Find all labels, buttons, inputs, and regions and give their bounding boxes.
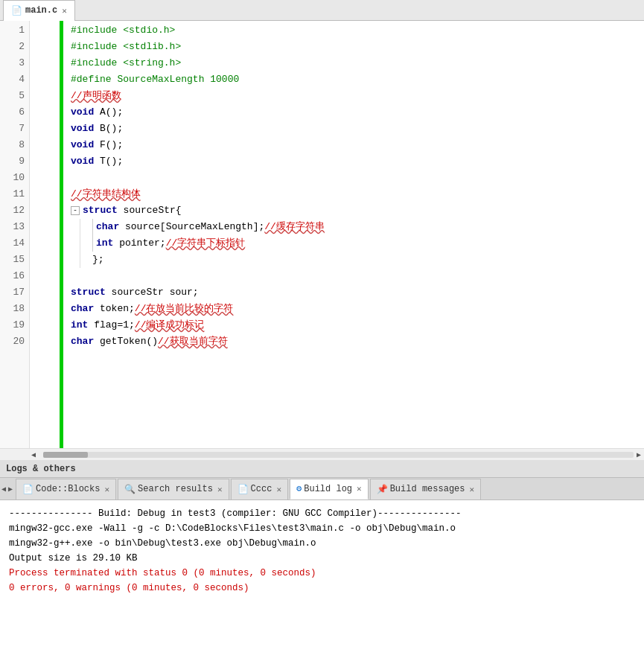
ln-19: 19 bbox=[0, 317, 25, 333]
code-line-13: char source[SourceMaxLength]; //缓存字符串 bbox=[80, 219, 637, 235]
logs-tab-bar: ◀ ▶ 📄 Code::Blocks ✕ 🔍 Search results ✕ … bbox=[0, 478, 644, 500]
code-line-20: char getToken() //获取当前字符 bbox=[71, 333, 637, 350]
code-token: getToken() bbox=[94, 333, 158, 350]
codeblocks-icon: 📄 bbox=[22, 484, 34, 495]
ln-8: 8 bbox=[0, 137, 25, 153]
code-token: T(); bbox=[94, 153, 123, 170]
ln-14: 14 bbox=[0, 235, 25, 252]
code-token: A(); bbox=[94, 104, 123, 121]
code-token: B(); bbox=[94, 121, 123, 137]
line-numbers: 1 2 3 4 5 6 7 8 9 10 11 12 13 14 15 16 1… bbox=[0, 21, 30, 448]
code-token: //获取当前字符 bbox=[158, 333, 228, 350]
code-token: source[SourceMaxLength]; bbox=[119, 219, 264, 235]
collapse-icon[interactable]: - bbox=[71, 206, 80, 215]
tab-build-log[interactable]: ⚙ Build log ✕ bbox=[290, 479, 369, 499]
code-token: sourceStr sour; bbox=[106, 284, 199, 301]
code-token: #include <stdlib.h> bbox=[71, 39, 181, 55]
build-separator-line: --------------- Build: Debug in test3 (c… bbox=[9, 506, 635, 521]
scroll-right-icon[interactable]: ▶ bbox=[637, 450, 641, 459]
ln-2: 2 bbox=[0, 39, 25, 55]
ln-10: 10 bbox=[0, 170, 25, 186]
code-token: void bbox=[71, 104, 94, 121]
code-token: }; bbox=[92, 252, 104, 268]
ln-1: 1 bbox=[0, 22, 25, 39]
code-line-1: #include <stdio.h> bbox=[71, 22, 637, 39]
tab-codeblocks[interactable]: 📄 Code::Blocks ✕ bbox=[16, 479, 116, 499]
code-token: //在放当前比较的字符 bbox=[135, 301, 234, 317]
code-line-6: void A(); bbox=[71, 104, 637, 121]
build-output-line: Output size is 29.10 KB bbox=[9, 551, 635, 566]
code-token: //字符串下标指针 bbox=[166, 235, 246, 252]
code-line-16 bbox=[71, 268, 637, 284]
code-line-9: void T(); bbox=[71, 153, 637, 170]
build-errors-line: 0 errors, 0 warnings (0 minutes, 0 secon… bbox=[9, 581, 635, 596]
code-token: #include <string.h> bbox=[71, 55, 181, 71]
tab-search-close[interactable]: ✕ bbox=[217, 485, 223, 494]
code-line-19: int flag=1; //编译成功标记 bbox=[71, 317, 637, 333]
code-line-14: int pointer; //字符串下标指针 bbox=[80, 235, 637, 252]
tab-main-c[interactable]: 📄 main.c ✕ bbox=[3, 0, 75, 21]
horizontal-scrollbar[interactable]: ◀ ▶ bbox=[0, 448, 644, 460]
ln-9: 9 bbox=[0, 153, 25, 170]
code-line-17: struct sourceStr sour; bbox=[71, 284, 637, 301]
code-token: int bbox=[71, 317, 88, 333]
logs-content-area: --------------- Build: Debug in test3 (c… bbox=[0, 500, 644, 664]
build-log-icon: ⚙ bbox=[296, 483, 302, 494]
code-token: void bbox=[71, 121, 94, 137]
scroll-left-icon[interactable]: ◀ bbox=[31, 450, 36, 459]
editor-tab-bar: 📄 main.c ✕ bbox=[0, 0, 644, 21]
ln-6: 6 bbox=[0, 104, 25, 121]
ln-13: 13 bbox=[0, 219, 25, 235]
tab-codeblocks-label: Code::Blocks bbox=[36, 484, 100, 494]
ln-12: 12 bbox=[0, 202, 25, 219]
code-token: //字符串结构体 bbox=[71, 186, 141, 202]
logs-section: Logs & others ◀ ▶ 📄 Code::Blocks ✕ 🔍 Sea… bbox=[0, 460, 644, 664]
code-line-15: }; bbox=[80, 252, 637, 268]
code-token: void bbox=[71, 153, 94, 170]
code-token: flag=1; bbox=[88, 317, 134, 333]
editor-area: 1 2 3 4 5 6 7 8 9 10 11 12 13 14 15 16 1… bbox=[0, 21, 644, 460]
code-token: //缓存字符串 bbox=[264, 219, 325, 235]
tab-build-messages[interactable]: 📌 Build messages ✕ bbox=[370, 479, 481, 499]
code-line-7: void B(); bbox=[71, 121, 637, 137]
code-line-5: //声明函数 bbox=[71, 88, 637, 104]
code-token: char bbox=[71, 301, 94, 317]
build-process-line: Process terminated with status 0 (0 minu… bbox=[9, 566, 635, 581]
build-cmd-line-1: mingw32-gcc.exe -Wall -g -c D:\CodeBlock… bbox=[9, 521, 635, 536]
tab-search-label: Search results bbox=[138, 484, 213, 494]
code-text-area[interactable]: #include <stdio.h> #include <stdlib.h> #… bbox=[63, 21, 644, 448]
logs-header-label: Logs & others bbox=[6, 464, 76, 474]
code-token: struct bbox=[83, 202, 118, 219]
ln-4: 4 bbox=[0, 71, 25, 88]
logs-nav-left-icon[interactable]: ◀ bbox=[1, 485, 6, 494]
code-token: #include <stdio.h> bbox=[71, 22, 175, 39]
file-icon: 📄 bbox=[11, 5, 22, 16]
ln-3: 3 bbox=[0, 55, 25, 71]
tab-build-log-close[interactable]: ✕ bbox=[357, 484, 362, 494]
code-token: pointer; bbox=[113, 235, 165, 252]
ln-7: 7 bbox=[0, 121, 25, 137]
tab-search-results[interactable]: 🔍 Search results ✕ bbox=[118, 479, 229, 499]
code-token: char bbox=[96, 219, 119, 235]
tab-cccc[interactable]: 📄 Cccc ✕ bbox=[231, 479, 288, 499]
cccc-icon: 📄 bbox=[237, 484, 249, 495]
code-token: //编译成功标记 bbox=[135, 317, 205, 333]
code-token: F(); bbox=[94, 137, 123, 153]
tab-build-messages-close[interactable]: ✕ bbox=[470, 485, 475, 494]
tab-close-button[interactable]: ✕ bbox=[62, 6, 67, 16]
code-line-18: char token; //在放当前比较的字符 bbox=[71, 301, 637, 317]
ln-5: 5 bbox=[0, 88, 25, 104]
code-token: struct bbox=[71, 284, 106, 301]
code-token: sourceStr{ bbox=[118, 202, 182, 219]
logs-header: Logs & others bbox=[0, 460, 644, 478]
code-line-10 bbox=[71, 170, 637, 186]
ln-11: 11 bbox=[0, 186, 25, 202]
ln-17: 17 bbox=[0, 284, 25, 301]
tab-codeblocks-close[interactable]: ✕ bbox=[104, 485, 109, 494]
logs-nav-right-icon[interactable]: ▶ bbox=[8, 485, 13, 494]
tab-cccc-close[interactable]: ✕ bbox=[276, 485, 281, 494]
code-line-2: #include <stdlib.h> bbox=[71, 39, 637, 55]
build-messages-icon: 📌 bbox=[377, 484, 388, 495]
build-cmd-line-2: mingw32-g++.exe -o bin\Debug\test3.exe o… bbox=[9, 536, 635, 551]
tab-label: main.c bbox=[25, 5, 57, 16]
